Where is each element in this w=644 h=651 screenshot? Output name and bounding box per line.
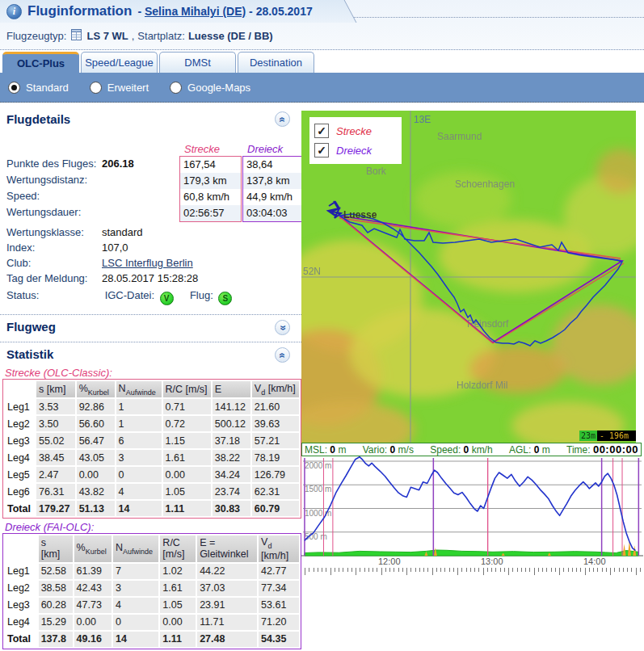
scale-max-label: - 196m (600, 431, 629, 440)
table-column-header: Vd [km/h] (252, 381, 299, 397)
table-column-header: Vd[km/h] (259, 536, 299, 562)
title-sep: - (137, 5, 145, 18)
legend-strecke-row[interactable]: ✓ Strecke (314, 121, 397, 141)
table-cell: 54.35 (259, 632, 299, 647)
club-link[interactable]: LSC Interflug Berlin (102, 257, 193, 269)
radio-standard[interactable]: Standard (8, 82, 69, 94)
table-corner (5, 536, 37, 562)
table-cell: 38.22 (213, 450, 250, 465)
baro-axis-tick (525, 568, 526, 572)
table-cell: 49.16 (74, 632, 112, 647)
radio-erweitert[interactable]: Erweitert (90, 82, 149, 94)
table-cell: 51.13 (77, 501, 115, 516)
radio-icon-google-maps[interactable] (170, 82, 182, 94)
flugdetails-header: Flugdetails « (0, 111, 301, 130)
label-status: Status: (6, 289, 102, 301)
label-club: Club: (6, 257, 102, 269)
table-row-label: Leg1 (5, 564, 37, 579)
baro-axis-tick (636, 568, 637, 575)
strecke-checkbox[interactable]: ✓ (314, 124, 329, 138)
baro-altitude-line (305, 457, 636, 551)
baro-axis-tick (483, 568, 484, 575)
baro-axis-tick (360, 568, 360, 572)
radio-icon-erweitert[interactable] (90, 82, 102, 94)
baro-axis-tick (593, 568, 594, 572)
value-wertungsklasse: standard (102, 226, 143, 238)
baro-axis-tick (542, 568, 543, 572)
table-cell: 43.05 (77, 450, 115, 465)
table-cell: 78.19 (252, 450, 299, 465)
table-cell: 1.02 (160, 564, 196, 579)
tab-dmst[interactable]: DMSt (159, 52, 236, 73)
baro-axis-tick (640, 568, 641, 572)
baro-terrain-band (305, 550, 638, 556)
tab-olc-plus[interactable]: OLC-Plus (2, 52, 79, 73)
flugdetails-title: Flugdetails (6, 112, 70, 126)
radio-icon-standard[interactable] (8, 82, 20, 94)
baro-axis-tick (440, 568, 441, 572)
baro-axis-tick (478, 568, 479, 572)
baro-axis-tick (389, 568, 390, 572)
table-cell: 37.18 (213, 433, 250, 448)
table-cell: 6 (116, 433, 162, 448)
baro-axis-tick (572, 568, 573, 572)
table-cell: 0.72 (163, 416, 211, 431)
table-cell: 57.21 (252, 433, 299, 448)
flugdetails-collapse-icon[interactable]: « (275, 111, 290, 127)
title-sep2: - (246, 5, 255, 18)
baro-axis-tick (419, 568, 420, 572)
baro-axis-tick (415, 568, 416, 572)
table-cell: 3 (113, 581, 158, 596)
table-cell: 60.79 (252, 501, 299, 516)
pilot-link[interactable]: Selina Mihalyi (DE) (145, 5, 246, 18)
flight-map[interactable]: 13E 52N Saarmund Bork Schoenhagen Reinsd… (301, 111, 636, 443)
baro-axis-tick (351, 568, 352, 572)
table-cell: 27.48 (197, 632, 257, 647)
label-punkte: Punkte des Fluges: (6, 158, 102, 170)
table-row-label: Leg5 (5, 467, 35, 482)
baro-xtick-label: 14:00 (583, 556, 606, 566)
aircraft-doc-icon[interactable] (71, 29, 82, 43)
table-column-header: %Kurbel (74, 536, 112, 562)
table-cell: 1.15 (163, 433, 211, 448)
flugweg-expand-icon[interactable]: « (275, 320, 290, 335)
table-cell: 2.47 (36, 467, 75, 482)
flight-date: 28.05.2017 (256, 5, 313, 18)
table-cell: 56.60 (77, 416, 115, 431)
table-row-label: Leg3 (5, 433, 35, 448)
baro-axis-tick (373, 568, 373, 572)
baro-axis-tick (546, 568, 547, 572)
table-cell: 1.11 (163, 501, 211, 516)
map-grid-label-lat: 52N (303, 266, 321, 277)
label-speed: Speed: (6, 190, 102, 202)
statistik-collapse-icon[interactable]: « (275, 347, 290, 363)
baro-axis-tick (347, 568, 348, 572)
table-cell: 71.20 (259, 615, 299, 630)
table-cell: 7 (113, 564, 158, 579)
baro-axis-tick (474, 568, 475, 572)
baro-axis-tick (444, 568, 445, 572)
aircraft-type: LS 7 WL (86, 30, 128, 42)
map-place-holzdorf: Holzdorf Mil (457, 380, 507, 391)
column-header-dreieck: Dreieck (247, 143, 283, 155)
table-cell: 1.11 (160, 632, 196, 647)
map-grid-label-lon: 13E (414, 114, 431, 125)
info-icon[interactable]: i (6, 4, 22, 19)
baro-axis-tick (406, 568, 407, 575)
table-cell: 15.29 (39, 615, 73, 630)
baro-axis-tick (356, 568, 356, 575)
tab-destination[interactable]: Destination (238, 52, 314, 73)
tab-speed-league[interactable]: Speed/League (81, 52, 158, 73)
table-cell: 4 (113, 598, 158, 613)
statusbar-item: Speed: 0 km/h (430, 444, 492, 456)
baro-axis-tick (394, 568, 394, 572)
table-cell: 61.39 (74, 564, 112, 579)
table-cell: 1 (116, 399, 162, 414)
baro-axis-tick (339, 568, 339, 572)
dreieck-table-caption: Dreieck (FAI-OLC): (5, 521, 94, 533)
radio-google-maps[interactable]: Google-Maps (170, 82, 250, 94)
table-row-label: Leg4 (5, 450, 35, 465)
barogram-chart[interactable]: 2000 m1500 m1000 m500 m (301, 456, 643, 556)
dreieck-checkbox[interactable]: ✓ (314, 143, 329, 158)
legend-dreieck-row[interactable]: ✓ Dreieck (314, 141, 397, 160)
